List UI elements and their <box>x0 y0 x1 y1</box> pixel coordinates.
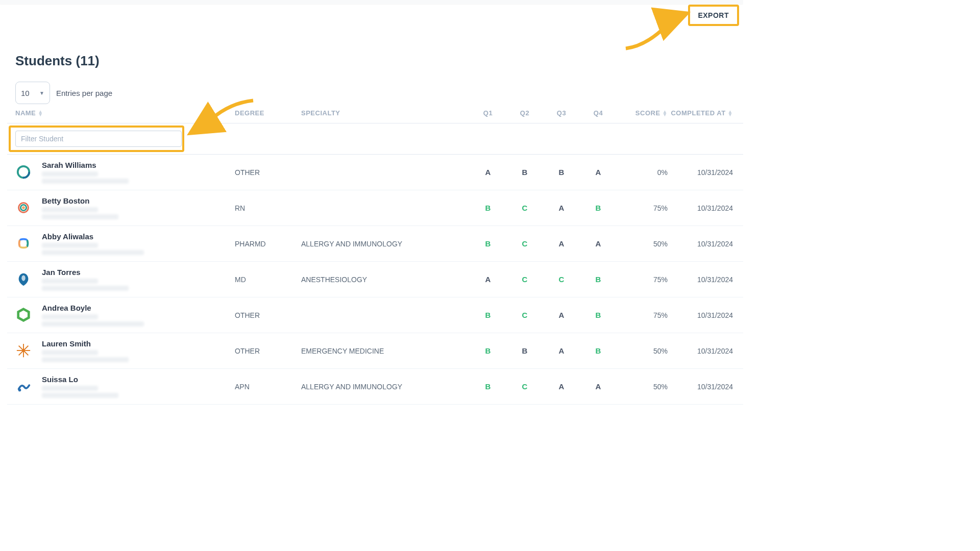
avatar <box>15 342 32 359</box>
student-name: Suissa Lo <box>42 375 118 384</box>
q4-cell: B <box>580 275 617 284</box>
degree-cell: OTHER <box>235 168 301 177</box>
q2-cell: C <box>506 239 543 248</box>
column-q3[interactable]: Q3 <box>543 109 580 117</box>
student-name: Sarah Williams <box>42 161 129 169</box>
page-title: Students (11) <box>15 53 100 69</box>
specialty-cell: ANESTHESIOLOGY <box>301 276 470 284</box>
completed-at-cell: 10/31/2024 <box>668 383 735 391</box>
q2-cell: C <box>506 311 543 319</box>
degree-cell: OTHER <box>235 311 301 319</box>
redacted-text <box>42 171 98 177</box>
svg-point-10 <box>22 349 25 352</box>
table-row[interactable]: Abby Aliwalas PHARMD ALLERGY AND IMMUNOL… <box>7 226 743 262</box>
redacted-text <box>42 207 98 212</box>
score-cell: 50% <box>617 240 668 248</box>
q4-cell: B <box>580 311 617 319</box>
redacted-text <box>42 279 98 284</box>
score-cell: 0% <box>617 168 668 177</box>
q4-cell: A <box>580 382 617 391</box>
column-name[interactable]: NAME ▲▼ <box>15 109 235 117</box>
column-q1[interactable]: Q1 <box>470 109 506 117</box>
table-header: NAME ▲▼ DEGREE SPECIALTY Q1 Q2 Q3 Q4 SCO… <box>7 109 743 123</box>
q4-cell: A <box>580 168 617 177</box>
column-degree[interactable]: DEGREE <box>235 109 301 117</box>
table-row[interactable]: Andrea Boyle OTHER B C A B 75% 10/31/202… <box>7 297 743 333</box>
q3-cell: A <box>543 239 580 248</box>
completed-at-cell: 10/31/2024 <box>668 311 735 319</box>
avatar <box>15 199 32 216</box>
table-row[interactable]: Betty Boston RN B C A B 75% 10/31/2024 <box>7 190 743 226</box>
completed-at-cell: 10/31/2024 <box>668 168 735 177</box>
svg-point-4 <box>22 206 25 209</box>
column-score[interactable]: SCORE ▲▼ <box>617 109 668 117</box>
column-completed-at[interactable]: COMPLETED AT ▲▼ <box>668 109 735 117</box>
annotation-highlight-export <box>688 5 739 26</box>
annotation-highlight-filter <box>9 126 184 152</box>
redacted-text <box>42 386 98 391</box>
sort-icon: ▲▼ <box>38 110 43 116</box>
specialty-cell: ALLERGY AND IMMUNOLOGY <box>301 383 470 391</box>
sort-icon: ▲▼ <box>728 110 733 116</box>
q2-cell: B <box>506 346 543 355</box>
degree-cell: PHARMD <box>235 240 301 248</box>
table-row[interactable]: Sarah Williams OTHER A B B A 0% 10/31/20… <box>7 155 743 190</box>
degree-cell: MD <box>235 276 301 284</box>
avatar <box>15 378 32 394</box>
redacted-text <box>42 350 98 355</box>
specialty-cell: ALLERGY AND IMMUNOLOGY <box>301 240 470 248</box>
q2-cell: C <box>506 275 543 284</box>
degree-cell: RN <box>235 204 301 212</box>
completed-at-cell: 10/31/2024 <box>668 347 735 355</box>
score-cell: 75% <box>617 204 668 212</box>
avatar <box>15 235 32 252</box>
student-name: Jan Torres <box>42 268 129 277</box>
completed-at-cell: 10/31/2024 <box>668 240 735 248</box>
redacted-text <box>42 314 98 319</box>
table-row[interactable]: Lauren Smith OTHER EMERGENCY MEDICINE B … <box>7 333 743 369</box>
q1-cell: B <box>470 204 506 212</box>
table-row[interactable]: Jan Torres MD ANESTHESIOLOGY A C C B 75%… <box>7 262 743 297</box>
student-name: Andrea Boyle <box>42 304 144 312</box>
topbar <box>0 0 743 4</box>
students-table: NAME ▲▼ DEGREE SPECIALTY Q1 Q2 Q3 Q4 SCO… <box>7 109 743 405</box>
q3-cell: A <box>543 204 580 212</box>
q4-cell: B <box>580 346 617 355</box>
q1-cell: B <box>470 311 506 319</box>
svg-point-5 <box>21 276 26 281</box>
q1-cell: B <box>470 382 506 391</box>
redacted-text <box>42 286 129 291</box>
table-row[interactable]: Suissa Lo APN ALLERGY AND IMMUNOLOGY B C… <box>7 369 743 405</box>
student-name: Abby Aliwalas <box>42 232 144 241</box>
specialty-cell: EMERGENCY MEDICINE <box>301 347 470 355</box>
score-cell: 50% <box>617 383 668 391</box>
column-q4[interactable]: Q4 <box>580 109 617 117</box>
column-q2[interactable]: Q2 <box>506 109 543 117</box>
q2-cell: C <box>506 382 543 391</box>
annotation-arrow-export <box>621 5 687 51</box>
entries-per-page-select[interactable]: 10 ▼ <box>15 82 50 104</box>
filter-row <box>7 123 743 155</box>
q3-cell: C <box>543 275 580 284</box>
completed-at-cell: 10/31/2024 <box>668 276 735 284</box>
column-specialty[interactable]: SPECIALTY <box>301 109 470 117</box>
redacted-text <box>42 214 118 219</box>
q2-cell: C <box>506 204 543 212</box>
caret-down-icon: ▼ <box>39 90 44 96</box>
student-name: Lauren Smith <box>42 339 129 348</box>
sort-icon: ▲▼ <box>663 110 668 116</box>
q1-cell: B <box>470 346 506 355</box>
svg-point-11 <box>18 389 21 392</box>
q1-cell: A <box>470 168 506 177</box>
q4-cell: A <box>580 239 617 248</box>
q4-cell: B <box>580 204 617 212</box>
q3-cell: B <box>543 168 580 177</box>
q2-cell: B <box>506 168 543 177</box>
q3-cell: A <box>543 382 580 391</box>
student-name: Betty Boston <box>42 196 118 205</box>
degree-cell: APN <box>235 383 301 391</box>
avatar <box>15 307 32 323</box>
q1-cell: B <box>470 239 506 248</box>
redacted-text <box>42 243 98 248</box>
q3-cell: A <box>543 346 580 355</box>
